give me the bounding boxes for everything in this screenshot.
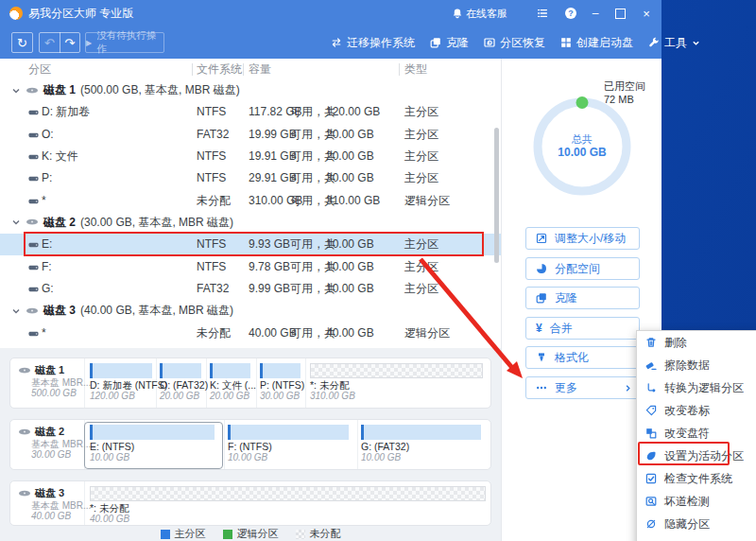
partition-row[interactable]: K: 文件NTFS19.91 GB可用，共20.00 GB主分区 [0,146,501,167]
disk-row[interactable]: 磁盘 2(30.00 GB, 基本盘, MBR 磁盘) [0,212,501,234]
col-type: 类型 [404,59,427,79]
toolbar-item-boot-disk[interactable]: 创建启动盘 [560,35,633,51]
legend-unallocated: 未分配 [296,527,341,541]
action-button-merge[interactable]: ¥合并 [525,317,640,340]
pending-operations-button[interactable]: ▶ 没有待执行操作 [85,32,164,53]
menu-item-check-fs[interactable]: 检查文件系统 [637,467,756,490]
format-icon [536,352,547,363]
capacity-free: 9.78 GB [249,256,290,278]
partition-icon [28,151,39,163]
menu-item-erase[interactable]: 擦除数据 [637,354,756,376]
menu-item-volume-label[interactable]: 改变卷标 [637,399,756,422]
type-value: 主分区 [404,101,438,123]
disk-icon [26,305,39,317]
partition-bar[interactable] [160,363,201,378]
partition-row[interactable]: F:NTFS9.78 GB可用，共10.00 GB主分区 [0,256,501,278]
action-button-format[interactable]: 格式化 [525,346,640,369]
capacity-total: 310.00 GB [326,190,380,212]
partition-row[interactable]: D: 新加卷NTFS117.82 GB可用，共120.00 GB主分区 [0,101,501,123]
filesystem-value: 未分配 [197,190,231,212]
disk-row[interactable]: 磁盘 3(40.00 GB, 基本盘, MBR 磁盘) [0,300,501,322]
menu-item-partial[interactable] [637,535,756,541]
action-button-clone[interactable]: 克隆 [525,287,640,309]
partition-bar[interactable] [228,425,349,440]
toolbar-item-partition-recovery[interactable]: 分区恢复 [484,35,545,51]
disk-icon [18,427,31,438]
list-icon[interactable] [533,0,552,26]
play-icon: ▶ [86,39,92,47]
undo-button[interactable]: ↶ [40,32,60,53]
type-value: 主分区 [404,234,438,255]
window-title: 易我分区大师 专业版 [28,0,133,26]
toolbar-item-migrate-os[interactable]: 迁移操作系统 [331,35,415,51]
toolbar-item-label: 分区恢复 [500,35,545,51]
menu-item-label: 转换为逻辑分区 [664,380,744,396]
partition-bar[interactable] [210,363,250,378]
disk-card-size: 500.00 GB [31,388,77,398]
delete-icon [645,337,657,348]
partition-name: G: [42,278,54,300]
action-button-more[interactable]: 更多 [525,376,640,399]
partition-row[interactable]: E:NTFS9.93 GB可用，共10.00 GB主分区 [0,234,501,255]
total-value: 10.00 GB [502,146,662,159]
header-separator [243,63,244,76]
menu-item-drive-letter[interactable]: 改变盘符 [637,422,756,445]
partition-bar[interactable] [90,363,152,378]
menu-item-label: 坏道检测 [664,494,710,510]
partition-row[interactable]: *未分配40.00 GB可用，共40.00 GB逻辑分区 [0,323,501,344]
close-button[interactable]: × [637,0,656,26]
partition-icon [28,284,39,295]
capacity-total: 40.00 GB [326,323,374,344]
type-value: 逻辑分区 [404,323,450,344]
col-filesystem: 文件系统 [197,59,242,79]
screenshot: 易我分区大师 专业版 在线客服 ? – × ↻ ↶ ↷ ▶ [0,0,756,541]
partition-name: E: [42,234,52,255]
partition-bar-size: 20.00 GB [160,391,199,401]
partition-icon [28,130,39,141]
help-icon[interactable]: ? [561,0,580,26]
expander-chevron-icon[interactable] [11,306,21,316]
partition-icon [28,239,39,251]
disk-card: 磁盘 2基本盘 MBR...30.00 GBE: (NTFS)10.00 GBF… [9,419,491,470]
online-support-button[interactable]: 在线客服 [452,0,507,26]
menu-item-convert-logical[interactable]: 转换为逻辑分区 [637,376,756,399]
boot-disk-icon [560,37,572,48]
partition-bar-label: P: (NTFS) [260,379,304,391]
partition-bar[interactable] [90,486,486,501]
action-button-allocate[interactable]: 分配空间 [525,257,640,280]
filesystem-value: NTFS [197,234,226,255]
partition-bar[interactable] [310,363,483,378]
toolbar-item-clone[interactable]: 克隆 [430,35,469,51]
partition-bar[interactable] [260,363,301,378]
partition-row[interactable]: *未分配310.00 GB可用，共310.00 GB逻辑分区 [0,190,501,212]
partition-row[interactable]: G:FAT329.99 GB可用，共10.00 GB主分区 [0,278,501,300]
menu-item-set-active[interactable]: 设置为活动分区 [637,445,756,467]
expander-chevron-icon[interactable] [11,218,21,227]
action-button-label: 合并 [550,321,573,337]
tools-icon [648,37,660,48]
maximize-button[interactable] [610,0,629,26]
scrollbar-thumb[interactable] [494,128,499,263]
volume-label-icon [645,405,657,416]
cell-separator [256,358,257,408]
used-space-dot-icon [576,96,589,109]
menu-item-label: 改变盘符 [664,426,710,442]
partition-row[interactable]: P:NTFS29.91 GB可用，共30.00 GB主分区 [0,167,501,189]
disk-row[interactable]: 磁盘 1(500.00 GB, 基本盘, MBR 磁盘) [0,79,501,101]
refresh-button[interactable]: ↻ [11,32,33,53]
capacity-total: 10.00 GB [326,278,374,300]
col-partition: 分区 [28,59,51,79]
redo-button[interactable]: ↷ [60,32,80,53]
action-button-resize[interactable]: 调整大小/移动 [525,227,640,250]
minimize-button[interactable]: – [586,0,605,26]
toolbar-item-tools[interactable]: 工具 [648,35,700,51]
menu-item-bad-sector[interactable]: 坏道检测 [637,490,756,513]
partition-row[interactable]: O:FAT3219.99 GB可用，共20.00 GB主分区 [0,124,501,146]
menu-item-hide-partition[interactable]: 隐藏分区 [637,513,756,535]
menu-item-delete[interactable]: 删除 [637,331,756,354]
partition-bar[interactable] [361,425,481,440]
clone-icon [430,37,441,48]
hide-partition-icon [645,518,657,530]
partition-name: P: [42,167,52,189]
expander-chevron-icon[interactable] [11,86,21,96]
